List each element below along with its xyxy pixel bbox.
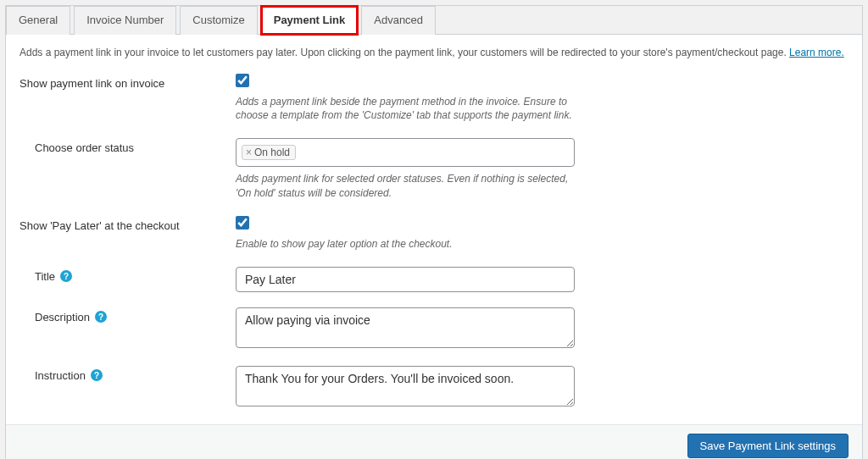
instruction-textarea[interactable] bbox=[236, 366, 575, 406]
title-input[interactable] bbox=[236, 267, 575, 292]
panel-footer: Save Payment Link settings bbox=[6, 424, 862, 459]
row-show-pay-later: Show 'Pay Later' at the checkout Enable … bbox=[19, 216, 849, 252]
learn-more-link[interactable]: Learn more. bbox=[789, 47, 844, 58]
row-show-payment-link: Show payment link on invoice Adds a paym… bbox=[19, 74, 849, 124]
order-status-tag-label: On hold bbox=[254, 147, 290, 158]
intro-text-content: Adds a payment link in your invoice to l… bbox=[19, 47, 787, 58]
order-status-tag-onhold: × On hold bbox=[242, 145, 296, 160]
label-instruction: Instruction ? bbox=[19, 366, 236, 382]
label-title: Title ? bbox=[19, 267, 236, 283]
checkbox-show-payment-link[interactable] bbox=[236, 74, 249, 87]
row-description: Description ? bbox=[19, 307, 849, 351]
help-icon[interactable]: ? bbox=[95, 311, 107, 323]
control-description bbox=[236, 307, 575, 351]
settings-panel: General Invoice Number Customize Payment… bbox=[5, 5, 863, 459]
help-order-status: Adds payment link for selected order sta… bbox=[236, 172, 575, 201]
panel-body: Adds a payment link in your invoice to l… bbox=[6, 35, 862, 409]
order-status-select[interactable]: × On hold bbox=[236, 138, 575, 167]
help-show-pay-later: Enable to show pay later option at the c… bbox=[236, 237, 575, 252]
label-description: Description ? bbox=[19, 307, 236, 324]
tab-row: General Invoice Number Customize Payment… bbox=[6, 6, 862, 35]
tab-payment-link[interactable]: Payment Link bbox=[261, 6, 359, 35]
remove-tag-icon[interactable]: × bbox=[246, 147, 252, 158]
label-order-status: Choose order status bbox=[19, 138, 236, 154]
save-button[interactable]: Save Payment Link settings bbox=[687, 434, 849, 458]
description-textarea[interactable] bbox=[236, 307, 575, 348]
checkbox-show-pay-later[interactable] bbox=[236, 216, 249, 230]
tab-invoice-number[interactable]: Invoice Number bbox=[74, 6, 176, 35]
tab-general[interactable]: General bbox=[6, 6, 70, 35]
intro-text: Adds a payment link in your invoice to l… bbox=[19, 47, 849, 58]
tab-customize[interactable]: Customize bbox=[180, 6, 257, 35]
label-description-text: Description bbox=[35, 311, 90, 324]
control-title bbox=[236, 267, 575, 292]
help-show-payment-link: Adds a payment link beside the payment m… bbox=[236, 95, 575, 124]
label-show-payment-link: Show payment link on invoice bbox=[19, 74, 236, 90]
row-instruction: Instruction ? bbox=[19, 366, 849, 409]
label-title-text: Title bbox=[35, 270, 55, 283]
row-title: Title ? bbox=[19, 267, 849, 292]
control-show-pay-later: Enable to show pay later option at the c… bbox=[236, 216, 575, 252]
tab-advanced[interactable]: Advanced bbox=[361, 6, 436, 35]
label-show-pay-later: Show 'Pay Later' at the checkout bbox=[19, 216, 236, 232]
control-order-status: × On hold Adds payment link for selected… bbox=[236, 138, 575, 201]
control-instruction bbox=[236, 366, 575, 409]
help-icon[interactable]: ? bbox=[91, 369, 103, 381]
row-order-status: Choose order status × On hold Adds payme… bbox=[19, 138, 849, 201]
help-icon[interactable]: ? bbox=[60, 270, 72, 282]
label-instruction-text: Instruction bbox=[35, 369, 86, 382]
control-show-payment-link: Adds a payment link beside the payment m… bbox=[236, 74, 575, 124]
